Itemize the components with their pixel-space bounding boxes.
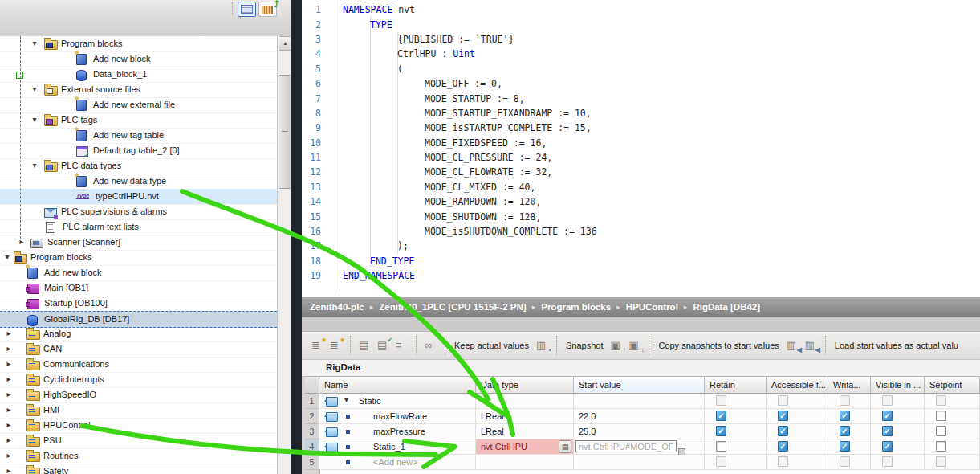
column-header-data-type[interactable]: Data type: [476, 376, 574, 394]
expand-arrow-icon[interactable]: ▸: [5, 390, 13, 398]
start-value-cell[interactable]: [574, 455, 705, 470]
row-number[interactable]: 5: [305, 455, 319, 470]
code-line-10[interactable]: 10MODE_FIXEDSPEED := 16,: [302, 136, 980, 150]
start-value-input[interactable]: [575, 440, 677, 452]
column-header-writa[interactable]: Writa...: [828, 376, 871, 394]
scl-source-editor[interactable]: 1NAMESPACE nvt2TYPE3{PUBLISHED := 'TRUE'…: [302, 0, 980, 297]
name-cell[interactable]: maxPressure: [319, 424, 476, 439]
insert-row-icon[interactable]: ≣✶: [310, 339, 325, 352]
code-line-16[interactable]: 16MODE_isSHUTDOWN_COMPLETE := 136: [302, 224, 980, 239]
name-cell[interactable]: Static_1: [319, 439, 476, 455]
code-line-1[interactable]: 1NAMESPACE nvt: [302, 2, 980, 17]
code-line-5[interactable]: 5(: [302, 62, 980, 76]
collapse-arrow-icon[interactable]: ▾: [30, 39, 39, 47]
add-row-icon[interactable]: ≣✶: [328, 339, 344, 352]
tree-item-communications[interactable]: ▸Communications: [0, 357, 277, 373]
tree-item-add-new-external-file[interactable]: Add new external file: [0, 97, 277, 113]
tree-item-add-new-block[interactable]: Add new block: [0, 265, 277, 281]
code-line-14[interactable]: 14MODE_RAMPDOWN := 120,: [302, 194, 980, 209]
data-type-cell[interactable]: nvt.CtrlHPU▤: [476, 439, 574, 455]
expand-arrow-icon[interactable]: ▸: [5, 359, 13, 368]
code-line-2[interactable]: 2TYPE: [302, 17, 980, 31]
code-line-12[interactable]: 12MODE_CL_FLOWRATE := 32,: [302, 165, 980, 179]
collapse-arrow-icon[interactable]: ▾: [344, 395, 348, 404]
column-header-start-value[interactable]: Start value: [574, 376, 705, 394]
breadcrumb-item-program-blocks[interactable]: Program blocks: [541, 302, 611, 312]
code-line-17[interactable]: 17);: [302, 239, 980, 253]
code-line-11[interactable]: 11MODE_CL_PRESSURE := 24,: [302, 150, 980, 165]
code-line-3[interactable]: 3{PUBLISHED := 'TRUE'}: [302, 32, 980, 47]
column-header-setpoint[interactable]: Setpoint: [925, 376, 980, 394]
tree-item-add-new-block[interactable]: Add new block: [0, 51, 277, 67]
copy-snapshot-up-icon[interactable]: ▣↑: [608, 339, 624, 352]
tree-item-typectrlhpu-nvt[interactable]: TypetypeCtrlHPU.nvt: [0, 189, 277, 205]
details-view-icon[interactable]: [238, 2, 256, 17]
column-header-name[interactable]: Name: [319, 376, 476, 394]
collapse-arrow-icon[interactable]: ▾: [30, 115, 39, 124]
name-cell[interactable]: <Add new>: [319, 455, 476, 470]
tree-item-data-block-1[interactable]: Data_block_1: [0, 67, 277, 83]
data-type-cell[interactable]: LReal: [476, 409, 574, 424]
expand-arrow-icon[interactable]: ▸: [5, 420, 13, 429]
collapse-arrow-icon[interactable]: ▾: [30, 161, 39, 170]
start-value-cell[interactable]: [574, 394, 705, 409]
code-line-18[interactable]: 18END_TYPE: [302, 254, 980, 268]
tree-item-plc-supervisions-alarms[interactable]: PLC supervisions & alarms: [0, 204, 277, 220]
visible-checkbox[interactable]: ✓: [882, 411, 893, 421]
expand-arrow-icon[interactable]: ▸: [5, 405, 13, 414]
breadcrumb-item-zenith40-plc[interactable]: Zenith40-plc: [310, 302, 364, 312]
breadcrumb-item-hpucontrol[interactable]: HPUControl: [626, 302, 678, 312]
copy-snapshot-to-start-icon[interactable]: ▥◀: [785, 339, 800, 352]
tree-item-program-blocks[interactable]: ▾Program blocks: [0, 36, 277, 52]
code-line-7[interactable]: 7MODE_STARTUP := 8,: [302, 91, 980, 105]
tree-scrollbar[interactable]: ▲: [277, 36, 291, 474]
column-header-accessible-f[interactable]: Accessible f...: [767, 376, 828, 394]
code-line-19[interactable]: 19END_NAMESPACE: [302, 268, 980, 283]
code-line-15[interactable]: 15MODE_SHUTDOWN := 128,: [302, 209, 980, 223]
expanded-mode-icon[interactable]: ≡: [394, 339, 409, 352]
tree-item-hpucontrol[interactable]: ▸HPUControl: [0, 418, 277, 434]
tree-item-external-source-files[interactable]: ▾External source files: [0, 82, 277, 98]
scrollbar-thumb[interactable]: [279, 75, 291, 189]
code-line-6[interactable]: 6MODE_OFF := 0,: [302, 76, 980, 91]
tree-item-globalrig-db-db17[interactable]: GlobalRig_DB [DB17]: [0, 311, 277, 328]
keep-actual-value-icon[interactable]: ▤: [357, 339, 372, 352]
writable-checkbox[interactable]: ✓: [840, 426, 850, 436]
start-value-cell[interactable]: 25.0: [574, 424, 705, 439]
tree-item-analog[interactable]: ▸Analog: [0, 326, 277, 342]
breadcrumb-item-zenith40-1plc-cpu-1515f-2-pn[interactable]: Zenith40_1PLC [CPU 1515F-2 PN]: [379, 302, 526, 312]
column-header-visible-in[interactable]: Visible in ...: [871, 376, 925, 394]
tree-item-startup-ob100[interactable]: Startup [OB100]: [0, 296, 277, 312]
setpoint-checkbox[interactable]: [936, 411, 946, 421]
visible-checkbox[interactable]: ✓: [882, 426, 893, 436]
keep-actual-values-lock-icon[interactable]: ▥▪: [535, 339, 550, 352]
tree-item-highspeedio[interactable]: ▸HighSpeedIO: [0, 387, 277, 403]
accessible-checkbox[interactable]: ✓: [778, 426, 788, 436]
tree-item-routines[interactable]: ▸Routines: [0, 448, 277, 464]
row-number[interactable]: 3: [305, 424, 319, 439]
name-cell[interactable]: ▾Static: [319, 394, 476, 409]
tree-item-default-tag-table-2-0[interactable]: Default tag table_2 [0]: [0, 143, 277, 159]
code-line-4[interactable]: 4CtrlHPU : Uint: [302, 47, 980, 61]
name-cell[interactable]: maxFlowRate: [319, 409, 476, 424]
open-editor-icon[interactable]: ⤴: [258, 2, 277, 17]
tree-item-plc-alarm-text-lists[interactable]: PLC alarm text lists: [0, 219, 277, 235]
expand-arrow-icon[interactable]: ▸: [5, 451, 13, 460]
expand-arrow-icon[interactable]: ▸: [5, 329, 13, 337]
tree-item-psu[interactable]: ▸PSU: [0, 433, 277, 449]
code-line-8[interactable]: 8MODE_STARTUP_FIXANDRAMP := 10,: [302, 106, 980, 121]
tree-item-program-blocks[interactable]: ▾Program blocks: [0, 250, 277, 266]
datatype-dropdown-button[interactable]: ▤: [559, 440, 571, 453]
writable-checkbox[interactable]: ✓: [840, 441, 850, 452]
copy-all-snapshots-to-start-icon[interactable]: ▥◀: [803, 339, 819, 352]
tree-item-scanner-scanner[interactable]: ▸Scanner [Scanner]: [0, 235, 277, 251]
retain-checkbox[interactable]: ✓: [716, 411, 726, 421]
column-header-blank[interactable]: [305, 376, 319, 394]
accessible-checkbox[interactable]: ✓: [778, 441, 788, 452]
start-value-cell[interactable]: 22.0: [574, 409, 705, 424]
accessible-checkbox[interactable]: ✓: [778, 411, 788, 421]
collapse-arrow-icon[interactable]: ▾: [3, 252, 11, 261]
data-type-cell[interactable]: [476, 455, 574, 470]
expand-arrow-icon[interactable]: ▸: [5, 344, 13, 353]
tree-item-safety[interactable]: ▸Safety: [0, 464, 277, 474]
